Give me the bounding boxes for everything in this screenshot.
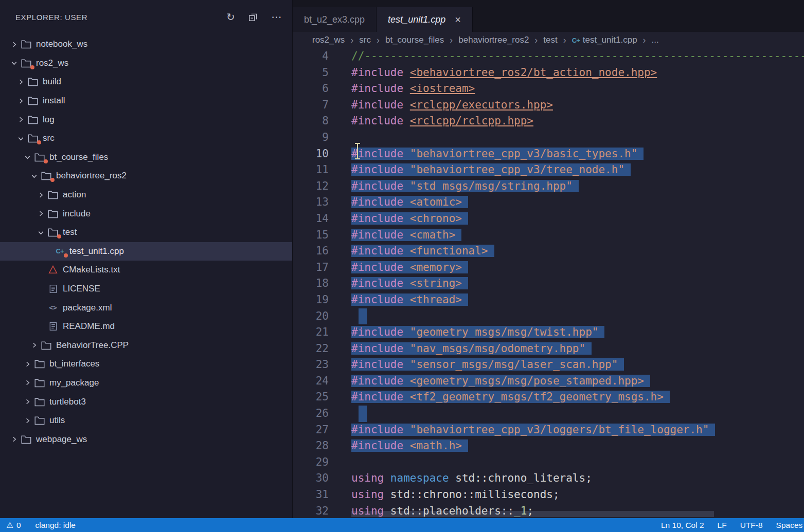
tree-item-include[interactable]: include — [0, 204, 292, 223]
line-number[interactable]: 16 — [293, 243, 329, 260]
breadcrumb-item-test[interactable]: test — [543, 35, 557, 45]
tree-item-webpage_ws[interactable]: webpage_ws — [0, 430, 292, 449]
chevron-right-icon[interactable] — [7, 435, 21, 444]
chevron-right-icon[interactable] — [21, 379, 34, 387]
eol-indicator[interactable]: LF — [718, 521, 727, 530]
code-line-5[interactable]: 5#include <behaviortree_ros2/bt_action_n… — [293, 65, 804, 81]
code-line-24[interactable]: 24#include <geometry_msgs/msg/pose_stamp… — [293, 373, 804, 390]
breadcrumb-item-test_unit1.cpp[interactable]: C+test_unit1.cpp — [572, 35, 637, 45]
code-line-15[interactable]: 15#include <cmath> — [293, 227, 804, 244]
line-number[interactable]: 17 — [293, 260, 329, 276]
code-line-11[interactable]: 11#include "behaviortree_cpp_v3/tree_nod… — [293, 162, 804, 178]
code-line-18[interactable]: 18#include <string> — [293, 276, 804, 292]
line-number[interactable]: 4 — [293, 48, 329, 65]
line-number[interactable]: 21 — [293, 324, 329, 341]
code-line-28[interactable]: 28#include <math.h> — [293, 438, 804, 454]
tree-item-turtlebot3[interactable]: turtlebot3 — [0, 392, 292, 411]
clangd-status[interactable]: clangd: idle — [35, 521, 76, 530]
close-icon[interactable]: × — [455, 14, 461, 26]
code-line-7[interactable]: 7#include <rclcpp/executors.hpp> — [293, 97, 804, 114]
line-number[interactable]: 27 — [293, 422, 329, 438]
code-line-8[interactable]: 8#include <rclcpp/rclcpp.hpp> — [293, 113, 804, 130]
chevron-right-icon[interactable] — [7, 40, 21, 48]
chevron-right-icon[interactable] — [34, 210, 47, 218]
chevron-right-icon[interactable] — [21, 416, 34, 425]
problems-indicator[interactable]: ⚠ 0 — [6, 521, 21, 530]
tree-item-my_package[interactable]: my_package — [0, 374, 292, 393]
code-line-9[interactable]: 9 — [293, 130, 804, 146]
code-editor[interactable]: 4//-------------------------------------… — [293, 48, 804, 518]
tree-item-src[interactable]: src — [0, 129, 292, 148]
code-line-27[interactable]: 27#include "behaviortree_cpp_v3/loggers/… — [293, 422, 804, 438]
code-line-16[interactable]: 16#include <functional> — [293, 243, 804, 260]
tree-item-log[interactable]: log — [0, 110, 292, 129]
breadcrumb-item-bt_course_files[interactable]: bt_course_files — [385, 35, 444, 45]
tree-item-behaviortree_ros2[interactable]: behaviortree_ros2 — [0, 167, 292, 186]
tree-item-test[interactable]: test — [0, 223, 292, 242]
chevron-right-icon[interactable] — [27, 341, 41, 350]
line-number[interactable]: 32 — [293, 503, 329, 518]
chevron-right-icon[interactable] — [14, 97, 27, 105]
code-line-19[interactable]: 19#include <thread> — [293, 292, 804, 308]
tree-item-bt_interfaces[interactable]: bt_interfaces — [0, 355, 292, 374]
encoding-indicator[interactable]: UTF-8 — [740, 521, 763, 530]
tree-item-build[interactable]: build — [0, 72, 292, 91]
code-line-25[interactable]: 25#include <tf2_geometry_msgs/tf2_geomet… — [293, 389, 804, 406]
code-line-23[interactable]: 23#include "sensor_msgs/msg/laser_scan.h… — [293, 357, 804, 373]
indent-indicator[interactable]: Spaces — [776, 521, 803, 530]
line-number[interactable]: 15 — [293, 227, 329, 244]
code-line-12[interactable]: 12#include "std_msgs/msg/string.hpp" — [293, 178, 804, 195]
breadcrumb-item-behaviortree_ros2[interactable]: behaviortree_ros2 — [458, 35, 529, 45]
code-line-4[interactable]: 4//-------------------------------------… — [293, 48, 804, 65]
tree-item-package.xml[interactable]: <>package.xml — [0, 298, 292, 317]
tree-item-ros2_ws[interactable]: ros2_ws — [0, 54, 292, 73]
refresh-icon[interactable]: ↻ — [226, 12, 235, 22]
line-number[interactable]: 12 — [293, 178, 329, 195]
code-line-31[interactable]: 31using std::chrono::milliseconds; — [293, 487, 804, 503]
cursor-position[interactable]: Ln 10, Col 2 — [661, 521, 704, 530]
code-line-10[interactable]: 10#include "behaviortree_cpp_v3/basic_ty… — [293, 146, 804, 162]
chevron-right-icon[interactable] — [14, 78, 27, 86]
tree-item-CMakeLists.txt[interactable]: CMakeLists.txt — [0, 261, 292, 280]
code-line-20[interactable]: 20 — [293, 308, 804, 325]
chevron-down-icon[interactable] — [27, 172, 41, 180]
code-line-6[interactable]: 6#include <iostream> — [293, 81, 804, 97]
collapse-all-icon[interactable] — [248, 12, 258, 22]
tab-test_unit1.cpp[interactable]: test_unit1.cpp× — [377, 7, 473, 32]
chevron-right-icon[interactable] — [14, 116, 27, 124]
code-line-14[interactable]: 14#include <chrono> — [293, 211, 804, 227]
code-line-17[interactable]: 17#include <memory> — [293, 260, 804, 276]
breadcrumb-item-ros2_ws[interactable]: ros2_ws — [312, 35, 345, 45]
line-number[interactable]: 19 — [293, 292, 329, 308]
tree-item-README.md[interactable]: README.md — [0, 317, 292, 336]
line-number[interactable]: 25 — [293, 389, 329, 406]
chevron-right-icon[interactable] — [34, 191, 47, 199]
tree-item-notebook_ws[interactable]: notebook_ws — [0, 35, 292, 54]
tree-item-LICENSE[interactable]: LICENSE — [0, 280, 292, 299]
code-line-21[interactable]: 21#include "geometry_msgs/msg/twist.hpp" — [293, 324, 804, 341]
line-number[interactable]: 28 — [293, 438, 329, 454]
tree-item-BehaviorTree.CPP[interactable]: BehaviorTree.CPP — [0, 336, 292, 355]
chevron-right-icon[interactable] — [21, 360, 34, 368]
line-number[interactable]: 31 — [293, 487, 329, 503]
tree-item-install[interactable]: install — [0, 91, 292, 111]
code-line-13[interactable]: 13#include <atomic> — [293, 194, 804, 211]
tree-item-test_unit1.cpp[interactable]: C+test_unit1.cpp — [0, 242, 292, 261]
line-number[interactable]: 9 — [293, 130, 329, 146]
tree-item-utils[interactable]: utils — [0, 411, 292, 430]
code-line-32[interactable]: 32using std::placeholders::_1; — [293, 503, 804, 518]
line-number[interactable]: 29 — [293, 454, 329, 471]
breadcrumb-item-src[interactable]: src — [359, 35, 371, 45]
line-number[interactable]: 24 — [293, 373, 329, 390]
line-number[interactable]: 6 — [293, 81, 329, 97]
tree-item-bt_course_files[interactable]: bt_course_files — [0, 148, 292, 167]
line-number[interactable]: 7 — [293, 97, 329, 114]
line-number[interactable]: 26 — [293, 406, 329, 422]
line-number[interactable]: 14 — [293, 211, 329, 227]
chevron-down-icon[interactable] — [21, 153, 34, 161]
code-line-22[interactable]: 22#include "nav_msgs/msg/odometry.hpp" — [293, 341, 804, 357]
line-number[interactable]: 11 — [293, 162, 329, 178]
chevron-down-icon[interactable] — [14, 134, 27, 142]
chevron-down-icon[interactable] — [34, 228, 47, 236]
line-number[interactable]: 18 — [293, 276, 329, 292]
